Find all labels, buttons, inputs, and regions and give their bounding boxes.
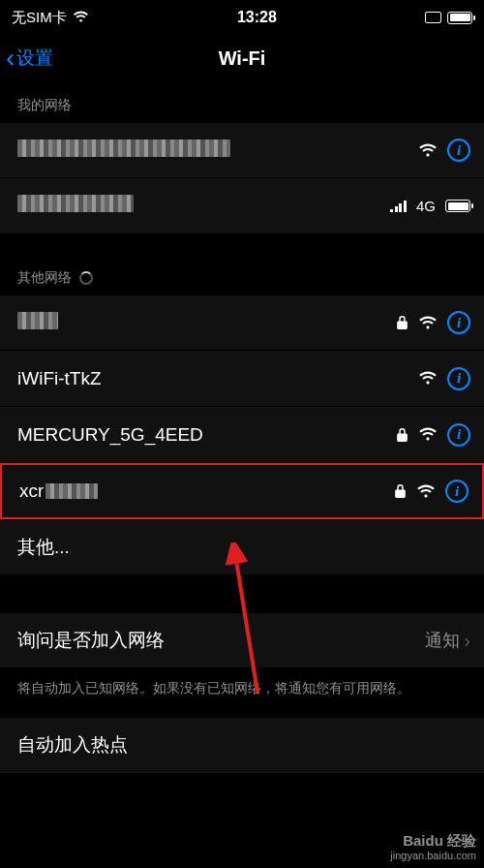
network-name: xcr [19, 480, 394, 502]
carrier-text: 无SIM卡 [12, 9, 67, 27]
other-network-button[interactable]: 其他... [0, 519, 484, 575]
wifi-icon [416, 484, 436, 499]
wifi-row-known[interactable]: i [0, 122, 484, 178]
status-bar: 无SIM卡 13:28 [0, 0, 484, 33]
wifi-row-highlighted[interactable]: xcr i [0, 463, 484, 519]
section-other-networks: 其他网络 [0, 256, 484, 294]
section-other-label: 其他网络 [17, 269, 72, 287]
info-icon[interactable]: i [447, 423, 470, 447]
wifi-icon [418, 427, 438, 442]
wifi-row[interactable]: MERCURY_5G_4EED i [0, 407, 484, 463]
wifi-icon [418, 316, 438, 330]
spinner-icon [79, 271, 93, 285]
wifi-row[interactable]: iWiFi-tTkZ i [0, 351, 484, 407]
lock-icon [396, 315, 408, 330]
wifi-icon [418, 143, 438, 158]
info-icon[interactable]: i [447, 311, 470, 334]
redacted-suffix [45, 483, 98, 499]
signal-bars-icon [390, 201, 407, 212]
ask-to-join-row[interactable]: 询问是否加入网络 通知 › [0, 612, 484, 668]
chevron-right-icon: › [464, 630, 470, 652]
watermark: Baidu 经验 jingyan.baidu.com [390, 832, 476, 862]
cellular-label: 4G [416, 198, 436, 214]
page-title: Wi-Fi [0, 47, 484, 70]
nav-bar: ‹ 设置 Wi-Fi [0, 33, 484, 83]
screen-mirror-icon [425, 12, 441, 23]
ask-label: 询问是否加入网络 [17, 628, 425, 653]
ask-value: 通知 [425, 629, 460, 652]
redacted-name [17, 140, 230, 157]
auto-hotspot-row[interactable]: 自动加入热点 [0, 717, 484, 773]
battery-icon [447, 12, 472, 24]
lock-icon [396, 427, 408, 443]
section-my-networks: 我的网络 [0, 83, 484, 122]
ask-footer: 将自动加入已知网络。如果没有已知网络，将通知您有可用网络。 [0, 668, 484, 717]
wifi-icon [418, 371, 438, 386]
network-name: iWiFi-tTkZ [17, 368, 418, 389]
redacted-name [17, 312, 58, 329]
redacted-name [17, 195, 134, 212]
other-label: 其他... [17, 535, 470, 560]
wifi-row[interactable]: i [0, 294, 484, 351]
lock-icon [394, 483, 407, 499]
clock: 13:28 [237, 9, 277, 26]
info-icon[interactable]: i [447, 367, 470, 390]
network-name: MERCURY_5G_4EED [17, 424, 396, 446]
hotspot-label: 自动加入热点 [17, 732, 470, 758]
wifi-status-icon [73, 10, 89, 26]
info-icon[interactable]: i [447, 139, 470, 162]
battery-icon [445, 200, 470, 212]
info-icon[interactable]: i [445, 480, 469, 503]
wifi-row-known[interactable]: 4G [0, 178, 484, 234]
